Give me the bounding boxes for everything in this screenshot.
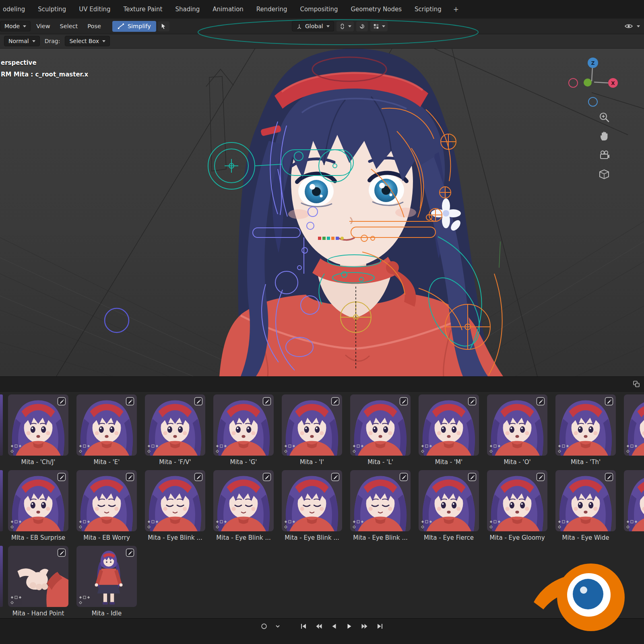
pose-asset-cell[interactable]: Mita - 'E' (76, 394, 137, 466)
gizmo-y[interactable] (584, 78, 592, 87)
orthographic-grid-icon[interactable] (598, 168, 610, 180)
pose-asset-thumbnail[interactable] (419, 470, 479, 531)
pose-asset-thumbnail[interactable] (76, 394, 137, 456)
sync-circle-icon[interactable] (258, 621, 270, 631)
menu-view[interactable]: View (32, 21, 54, 31)
pose-asset-thumbnail[interactable] (145, 470, 205, 531)
workspace-tab-uv-editing[interactable]: UV Editing (73, 2, 116, 17)
proportional-editing-toggle[interactable] (356, 21, 368, 31)
pose-asset-thumbnail[interactable] (8, 470, 68, 531)
edit-pose-icon[interactable] (125, 548, 135, 557)
play-button[interactable] (344, 621, 355, 631)
playback-dropdown-icon[interactable] (272, 621, 283, 631)
play-reverse-button[interactable] (328, 621, 340, 631)
edit-pose-icon[interactable] (194, 472, 203, 482)
workspace-tab-shading[interactable]: Shading (169, 2, 206, 17)
pose-asset-cell[interactable] (624, 394, 644, 466)
pose-asset-thumbnail[interactable] (8, 546, 68, 607)
pose-asset-thumbnail[interactable] (555, 394, 616, 456)
pose-asset-cell[interactable]: MIta - EB Surprise (8, 470, 68, 541)
rig-circle-control[interactable] (105, 308, 129, 332)
edit-pose-icon[interactable] (467, 396, 477, 406)
drag-mode-dropdown[interactable]: Select Box (65, 36, 110, 46)
navigation-gizmo[interactable]: Z X (563, 51, 623, 111)
pose-asset-cell[interactable]: Mita - Idle (76, 546, 137, 617)
workspace-tab-rendering[interactable]: Rendering (250, 2, 293, 17)
pose-asset-thumbnail[interactable] (555, 470, 616, 531)
pose-asset-cell[interactable]: Mita - Eye Blink ... (282, 470, 342, 541)
edit-pose-icon[interactable] (262, 396, 272, 406)
viewport-3d[interactable]: erspective RM Mita : c_root_master.x Z X (0, 48, 644, 376)
pose-asset-thumbnail[interactable] (213, 394, 274, 456)
pose-asset-thumbnail[interactable] (8, 394, 68, 456)
pivot-point-dropdown[interactable] (336, 21, 354, 31)
edit-pose-icon[interactable] (536, 472, 545, 482)
edit-pose-icon[interactable] (536, 396, 545, 406)
jump-to-start-button[interactable] (298, 621, 309, 631)
previous-keyframe-button[interactable] (313, 621, 324, 631)
falloff-dropdown[interactable]: Normal (4, 36, 40, 46)
pose-asset-thumbnail[interactable] (145, 394, 205, 456)
workspace-tab-texture-paint[interactable]: Texture Paint (118, 2, 169, 17)
pose-asset-cell[interactable]: Mita - Eye Blink ... (213, 470, 274, 541)
edit-pose-icon[interactable] (57, 396, 66, 406)
pose-asset-thumbnail[interactable] (282, 394, 342, 456)
transform-orientation-dropdown[interactable]: Global (292, 21, 334, 31)
snapping-dropdown[interactable] (370, 21, 388, 31)
pose-asset-cell[interactable]: Mita - 'G' (213, 394, 274, 466)
pose-asset-cell[interactable]: Mita - Eye Gloomy (487, 470, 547, 541)
edit-pose-icon[interactable] (399, 472, 409, 482)
workspace-tab-compositing[interactable]: Compositing (294, 2, 344, 17)
pose-asset-thumbnail[interactable] (624, 394, 644, 456)
pose-asset-thumbnail[interactable] (487, 394, 547, 456)
pose-asset-cell[interactable]: Mita - Eye Blink ... (145, 470, 205, 541)
edit-pose-icon[interactable] (604, 472, 614, 482)
add-workspace-button[interactable]: + (448, 3, 464, 16)
pose-asset-thumbnail[interactable] (350, 394, 411, 456)
pose-asset-cell[interactable]: Mita - 'O' (487, 394, 547, 466)
gizmo-neg-z[interactable] (588, 97, 597, 106)
pose-asset-thumbnail[interactable] (76, 470, 137, 531)
pose-asset-cell[interactable]: Mita - 'I' (282, 394, 342, 466)
jump-to-end-button[interactable] (374, 621, 386, 631)
menu-select[interactable]: Select (56, 21, 82, 31)
camera-view-icon[interactable] (598, 149, 610, 161)
next-keyframe-button[interactable] (359, 621, 370, 631)
edit-pose-icon[interactable] (330, 396, 340, 406)
workspace-tab-sculpting[interactable]: Sculpting (32, 2, 72, 17)
workspace-tab-animation[interactable]: Animation (206, 2, 249, 17)
pose-asset-cell[interactable]: Mita - Eye Wide (555, 470, 616, 541)
pose-asset-cell[interactable]: M (624, 470, 644, 541)
pose-asset-cell[interactable]: Mita - EB Worry (76, 470, 137, 541)
workspace-tab-geometry-nodes[interactable]: Geometry Nodes (345, 2, 408, 17)
pose-asset-cell[interactable]: Mita - Eye Blink ... (350, 470, 411, 541)
edit-pose-icon[interactable] (194, 396, 203, 406)
pose-asset-cell[interactable]: Mita - 'F/V' (145, 394, 205, 466)
pose-asset-cell[interactable]: Mita - Hand Point (8, 546, 68, 617)
edit-pose-icon[interactable] (262, 472, 272, 482)
zoom-icon[interactable] (598, 111, 610, 123)
pose-asset-thumbnail[interactable] (213, 470, 274, 531)
gizmo-neg-x[interactable] (569, 78, 578, 87)
workspace-tab-modeling[interactable]: odeling (0, 2, 31, 17)
edit-pose-icon[interactable] (467, 472, 477, 482)
region-options-icon[interactable] (633, 380, 640, 388)
pose-asset-cell[interactable]: Mita - 'M' (419, 394, 479, 466)
pose-asset-cell[interactable]: Mita - 'L' (350, 394, 411, 466)
pose-asset-thumbnail[interactable] (282, 470, 342, 531)
pose-asset-thumbnail[interactable] (76, 546, 137, 607)
pose-asset-cell[interactable]: Mita - 'Ch/J' (8, 394, 68, 466)
pose-asset-thumbnail[interactable] (487, 470, 547, 531)
active-tool-simplify-button[interactable]: Simplify (112, 21, 156, 32)
mode-dropdown[interactable]: Mode (0, 21, 31, 31)
pose-asset-thumbnail[interactable] (350, 470, 411, 531)
pose-asset-cell[interactable]: MIta - Eye Fierce (419, 470, 479, 541)
edit-pose-icon[interactable] (57, 548, 66, 557)
visibility-eye-icon[interactable] (624, 23, 633, 30)
edit-pose-icon[interactable] (399, 396, 409, 406)
pan-hand-icon[interactable] (598, 130, 610, 142)
edit-pose-icon[interactable] (604, 396, 614, 406)
pose-asset-thumbnail[interactable] (419, 394, 479, 456)
pose-asset-thumbnail[interactable] (624, 470, 644, 531)
edit-pose-icon[interactable] (125, 472, 135, 482)
